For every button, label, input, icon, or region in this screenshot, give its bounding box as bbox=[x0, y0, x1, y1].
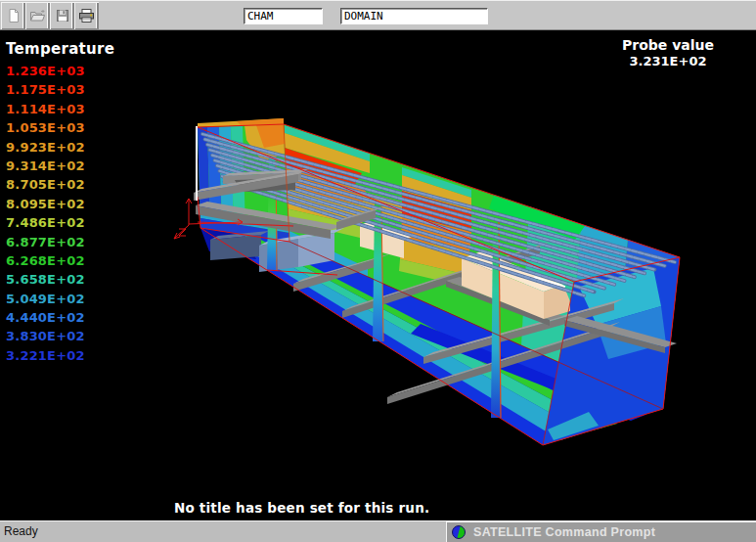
new-document-button[interactable] bbox=[1, 2, 25, 29]
domain-field[interactable] bbox=[340, 8, 488, 24]
toolbar-button-group bbox=[1, 2, 99, 29]
temperature-legend: Temperature 1.236E+031.175E+031.114E+031… bbox=[6, 40, 114, 365]
open-folder-icon bbox=[29, 8, 46, 23]
legend-value: 1.053E+03 bbox=[6, 118, 114, 137]
legend-value: 1.236E+03 bbox=[6, 62, 114, 80]
satellite-sphere-icon bbox=[452, 525, 466, 539]
legend-value: 8.705E+02 bbox=[6, 175, 114, 194]
status-bar: Ready SATELLITE Command Prompt bbox=[0, 520, 756, 542]
legend-value: 1.114E+03 bbox=[6, 100, 114, 118]
taskbar-button-label: SATELLITE Command Prompt bbox=[473, 525, 655, 539]
probe-label: Probe value bbox=[595, 37, 741, 53]
cham-field[interactable] bbox=[244, 8, 323, 24]
open-file-button[interactable] bbox=[25, 2, 50, 29]
probe-value: 3.231E+02 bbox=[595, 53, 741, 70]
legend-value: 3.830E+02 bbox=[6, 327, 114, 345]
legend-value: 1.175E+03 bbox=[6, 80, 114, 99]
legend-value: 5.658E+02 bbox=[6, 270, 114, 289]
legend-value: 3.221E+02 bbox=[6, 346, 114, 365]
probe-readout: Probe value 3.231E+02 bbox=[595, 37, 741, 70]
satellite-command-prompt-taskbar-button[interactable]: SATELLITE Command Prompt bbox=[446, 521, 756, 542]
legend-value: 4.440E+02 bbox=[6, 308, 114, 327]
print-button[interactable] bbox=[74, 2, 99, 29]
save-file-button[interactable] bbox=[50, 2, 74, 29]
blank-page-icon bbox=[6, 8, 22, 23]
printer-icon bbox=[78, 8, 95, 23]
legend-values: 1.236E+031.175E+031.114E+031.053E+039.92… bbox=[6, 62, 114, 365]
legend-value: 6.877E+02 bbox=[6, 233, 114, 251]
legend-value: 9.314E+02 bbox=[6, 157, 114, 175]
toolbar bbox=[0, 0, 756, 30]
legend-value: 7.486E+02 bbox=[6, 213, 114, 232]
legend-value: 8.095E+02 bbox=[6, 195, 114, 213]
application-window: { "toolbar": { "buttons": [ {"name": "ne… bbox=[0, 0, 756, 542]
status-text: Ready bbox=[4, 524, 38, 538]
floppy-disk-icon bbox=[55, 8, 70, 23]
run-title-message: No title has been set for this run. bbox=[174, 500, 429, 516]
viewport: Temperature 1.236E+031.175E+031.114E+031… bbox=[0, 30, 756, 520]
legend-value: 6.268E+02 bbox=[6, 251, 114, 270]
legend-value: 9.923E+02 bbox=[6, 138, 114, 157]
legend-title: Temperature bbox=[6, 40, 114, 58]
legend-value: 5.049E+02 bbox=[6, 290, 114, 308]
